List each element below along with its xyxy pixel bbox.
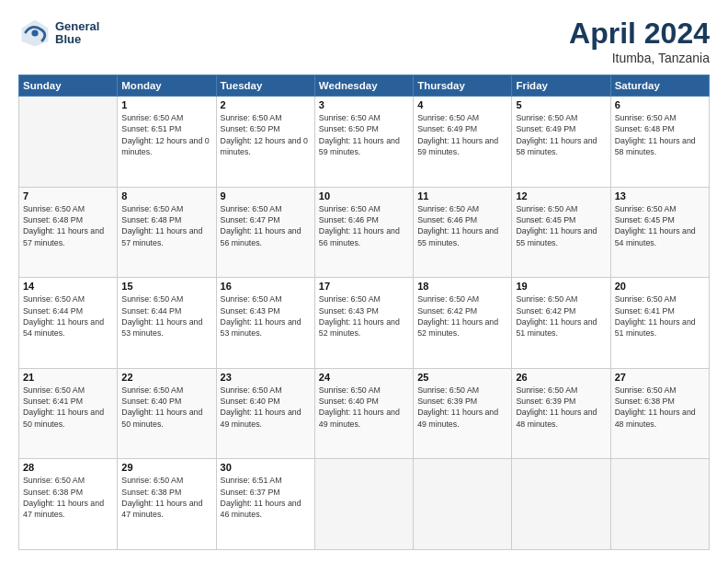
day-info: Sunrise: 6:50 AM Sunset: 6:47 PM Dayligh… bbox=[221, 203, 311, 248]
weekday-header-sunday: Sunday bbox=[19, 75, 118, 97]
calendar-cell: 1 Sunrise: 6:50 AM Sunset: 6:51 PM Dayli… bbox=[118, 97, 216, 188]
page: General Blue April 2024 Itumba, Tanzania… bbox=[0, 0, 728, 563]
daylight-text: Daylight: 11 hours and 49 minutes. bbox=[319, 408, 400, 428]
daylight-text: Daylight: 11 hours and 46 minutes. bbox=[221, 499, 301, 519]
day-number: 26 bbox=[516, 372, 606, 383]
weekday-header-friday: Friday bbox=[512, 75, 610, 97]
calendar-cell bbox=[19, 97, 118, 188]
sunrise-text: Sunrise: 6:50 AM bbox=[23, 476, 85, 485]
sunrise-text: Sunrise: 6:50 AM bbox=[221, 385, 282, 395]
day-info: Sunrise: 6:50 AM Sunset: 6:50 PM Dayligh… bbox=[319, 112, 409, 157]
sunrise-text: Sunrise: 6:50 AM bbox=[23, 294, 85, 304]
day-info: Sunrise: 6:50 AM Sunset: 6:39 PM Dayligh… bbox=[516, 385, 606, 430]
calendar-cell: 25 Sunrise: 6:50 AM Sunset: 6:39 PM Dayl… bbox=[414, 368, 512, 459]
day-info: Sunrise: 6:50 AM Sunset: 6:43 PM Dayligh… bbox=[221, 293, 311, 339]
calendar-cell: 2 Sunrise: 6:50 AM Sunset: 6:50 PM Dayli… bbox=[216, 97, 314, 188]
day-number: 30 bbox=[221, 462, 311, 473]
daylight-text: Daylight: 11 hours and 54 minutes. bbox=[615, 226, 696, 247]
sunrise-text: Sunrise: 6:50 AM bbox=[121, 294, 183, 304]
daylight-text: Daylight: 11 hours and 51 minutes. bbox=[516, 317, 597, 338]
sunset-text: Sunset: 6:38 PM bbox=[121, 488, 181, 497]
sunrise-text: Sunrise: 6:50 AM bbox=[221, 294, 282, 304]
sunset-text: Sunset: 6:43 PM bbox=[319, 306, 379, 316]
calendar-cell bbox=[414, 459, 512, 550]
sunrise-text: Sunrise: 6:50 AM bbox=[516, 204, 577, 213]
sunset-text: Sunset: 6:44 PM bbox=[23, 306, 83, 316]
day-number: 5 bbox=[516, 99, 606, 110]
daylight-text: Daylight: 11 hours and 48 minutes. bbox=[615, 408, 696, 428]
day-number: 1 bbox=[121, 99, 211, 110]
calendar-week-row: 28 Sunrise: 6:50 AM Sunset: 6:38 PM Dayl… bbox=[19, 459, 710, 550]
sunrise-text: Sunrise: 6:50 AM bbox=[516, 294, 577, 304]
calendar-cell: 6 Sunrise: 6:50 AM Sunset: 6:48 PM Dayli… bbox=[610, 97, 709, 188]
daylight-text: Daylight: 11 hours and 49 minutes. bbox=[417, 408, 498, 428]
calendar-cell: 8 Sunrise: 6:50 AM Sunset: 6:48 PM Dayli… bbox=[118, 187, 216, 278]
calendar-cell: 18 Sunrise: 6:50 AM Sunset: 6:42 PM Dayl… bbox=[414, 278, 512, 369]
sunrise-text: Sunrise: 6:50 AM bbox=[319, 113, 381, 122]
calendar-cell: 17 Sunrise: 6:50 AM Sunset: 6:43 PM Dayl… bbox=[314, 278, 413, 369]
day-info: Sunrise: 6:50 AM Sunset: 6:38 PM Dayligh… bbox=[615, 385, 705, 430]
calendar-cell: 13 Sunrise: 6:50 AM Sunset: 6:45 PM Dayl… bbox=[610, 187, 709, 278]
day-number: 25 bbox=[417, 372, 507, 383]
daylight-text: Daylight: 11 hours and 57 minutes. bbox=[23, 226, 104, 247]
day-info: Sunrise: 6:50 AM Sunset: 6:40 PM Dayligh… bbox=[221, 385, 311, 430]
calendar-cell: 5 Sunrise: 6:50 AM Sunset: 6:49 PM Dayli… bbox=[512, 97, 610, 188]
day-number: 6 bbox=[615, 99, 705, 110]
calendar-cell: 19 Sunrise: 6:50 AM Sunset: 6:42 PM Dayl… bbox=[512, 278, 610, 369]
svg-point-1 bbox=[31, 29, 38, 36]
daylight-text: Daylight: 11 hours and 52 minutes. bbox=[319, 317, 400, 338]
daylight-text: Daylight: 11 hours and 50 minutes. bbox=[121, 408, 202, 428]
day-number: 20 bbox=[615, 281, 705, 292]
sunset-text: Sunset: 6:39 PM bbox=[417, 396, 477, 406]
sunrise-text: Sunrise: 6:50 AM bbox=[121, 113, 183, 122]
calendar-cell: 16 Sunrise: 6:50 AM Sunset: 6:43 PM Dayl… bbox=[216, 278, 314, 369]
calendar-cell: 30 Sunrise: 6:51 AM Sunset: 6:37 PM Dayl… bbox=[216, 459, 314, 550]
sunset-text: Sunset: 6:49 PM bbox=[516, 124, 575, 133]
day-info: Sunrise: 6:50 AM Sunset: 6:43 PM Dayligh… bbox=[319, 293, 409, 339]
sunrise-text: Sunrise: 6:50 AM bbox=[23, 385, 85, 395]
calendar-cell: 22 Sunrise: 6:50 AM Sunset: 6:40 PM Dayl… bbox=[118, 368, 216, 459]
sunset-text: Sunset: 6:37 PM bbox=[221, 488, 280, 497]
daylight-text: Daylight: 11 hours and 51 minutes. bbox=[615, 317, 696, 338]
sunrise-text: Sunrise: 6:50 AM bbox=[319, 294, 381, 304]
daylight-text: Daylight: 11 hours and 59 minutes. bbox=[319, 136, 400, 156]
day-info: Sunrise: 6:50 AM Sunset: 6:42 PM Dayligh… bbox=[417, 293, 507, 339]
day-number: 18 bbox=[417, 281, 507, 292]
daylight-text: Daylight: 11 hours and 53 minutes. bbox=[221, 317, 301, 338]
sunrise-text: Sunrise: 6:50 AM bbox=[615, 385, 677, 395]
daylight-text: Daylight: 11 hours and 50 minutes. bbox=[23, 408, 104, 428]
sunset-text: Sunset: 6:40 PM bbox=[221, 396, 280, 406]
calendar-cell: 24 Sunrise: 6:50 AM Sunset: 6:40 PM Dayl… bbox=[314, 368, 413, 459]
day-info: Sunrise: 6:50 AM Sunset: 6:48 PM Dayligh… bbox=[121, 203, 211, 248]
sunset-text: Sunset: 6:45 PM bbox=[615, 215, 675, 224]
day-number: 12 bbox=[516, 190, 606, 201]
day-number: 28 bbox=[23, 462, 113, 473]
sunset-text: Sunset: 6:46 PM bbox=[319, 215, 379, 224]
calendar-cell: 29 Sunrise: 6:50 AM Sunset: 6:38 PM Dayl… bbox=[118, 459, 216, 550]
calendar-cell: 27 Sunrise: 6:50 AM Sunset: 6:38 PM Dayl… bbox=[610, 368, 709, 459]
day-info: Sunrise: 6:50 AM Sunset: 6:45 PM Dayligh… bbox=[516, 203, 606, 248]
weekday-header-saturday: Saturday bbox=[610, 75, 709, 97]
day-number: 17 bbox=[319, 281, 409, 292]
logo-icon bbox=[18, 17, 51, 50]
sunrise-text: Sunrise: 6:50 AM bbox=[319, 204, 381, 213]
calendar-cell: 11 Sunrise: 6:50 AM Sunset: 6:46 PM Dayl… bbox=[414, 187, 512, 278]
day-info: Sunrise: 6:50 AM Sunset: 6:45 PM Dayligh… bbox=[615, 203, 705, 248]
weekday-header-tuesday: Tuesday bbox=[216, 75, 314, 97]
sunset-text: Sunset: 6:43 PM bbox=[221, 306, 280, 316]
weekday-header-thursday: Thursday bbox=[414, 75, 512, 97]
day-number: 21 bbox=[23, 372, 113, 383]
daylight-text: Daylight: 11 hours and 49 minutes. bbox=[221, 408, 301, 428]
sunrise-text: Sunrise: 6:50 AM bbox=[516, 113, 577, 122]
daylight-text: Daylight: 11 hours and 55 minutes. bbox=[417, 226, 498, 247]
sunrise-text: Sunrise: 6:50 AM bbox=[221, 113, 282, 122]
sunset-text: Sunset: 6:40 PM bbox=[319, 396, 379, 406]
daylight-text: Daylight: 11 hours and 58 minutes. bbox=[615, 136, 696, 156]
sunrise-text: Sunrise: 6:50 AM bbox=[121, 385, 183, 395]
day-info: Sunrise: 6:50 AM Sunset: 6:44 PM Dayligh… bbox=[23, 293, 113, 339]
daylight-text: Daylight: 11 hours and 58 minutes. bbox=[516, 136, 597, 156]
day-info: Sunrise: 6:50 AM Sunset: 6:46 PM Dayligh… bbox=[319, 203, 409, 248]
calendar-cell: 3 Sunrise: 6:50 AM Sunset: 6:50 PM Dayli… bbox=[314, 97, 413, 188]
day-number: 10 bbox=[319, 190, 409, 201]
day-number: 27 bbox=[615, 372, 705, 383]
